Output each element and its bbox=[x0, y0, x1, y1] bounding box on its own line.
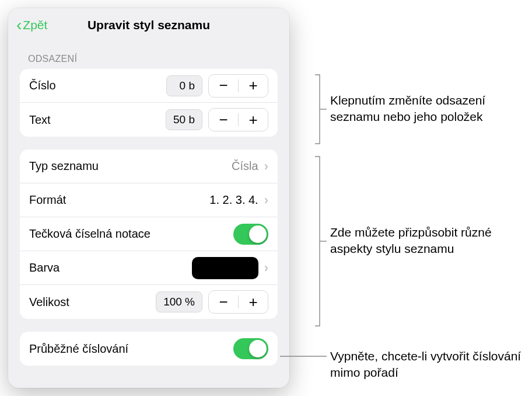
indent-number-increment[interactable]: + bbox=[239, 75, 268, 97]
size-value[interactable]: 100 % bbox=[156, 291, 202, 312]
indent-text-decrement[interactable]: − bbox=[209, 109, 238, 131]
indent-number-decrement[interactable]: − bbox=[209, 75, 238, 97]
continuous-row: Průběžné číslování bbox=[20, 332, 278, 366]
indent-group: Číslo 0 b − + Text 50 b − + bbox=[20, 69, 278, 137]
style-group: Typ seznamu Čísla › Formát 1. 2. 3. 4. ›… bbox=[20, 150, 278, 319]
indent-text-row: Text 50 b − + bbox=[20, 103, 278, 137]
color-swatch bbox=[192, 257, 258, 279]
list-type-row[interactable]: Typ seznamu Čísla › bbox=[20, 150, 278, 183]
color-row[interactable]: Barva › bbox=[20, 251, 278, 285]
callouts-area: Klepnutím změníte odsazení seznamu nebo … bbox=[298, 0, 525, 396]
chevron-left-icon: ‹ bbox=[16, 17, 22, 33]
continuous-label: Průběžné číslování bbox=[29, 342, 233, 356]
back-label: Zpět bbox=[23, 18, 47, 32]
chevron-right-icon: › bbox=[264, 260, 268, 276]
indent-number-stepper: − + bbox=[208, 74, 268, 98]
chevron-right-icon: › bbox=[264, 193, 268, 208]
size-increment[interactable]: + bbox=[239, 291, 268, 313]
callout-indent: Klepnutím změníte odsazení seznamu nebo … bbox=[330, 92, 523, 126]
chevron-right-icon: › bbox=[264, 159, 268, 174]
indent-text-stepper: − + bbox=[208, 108, 268, 131]
size-stepper: − + bbox=[208, 290, 268, 314]
size-row: Velikost 100 % − + bbox=[20, 285, 278, 319]
size-label: Velikost bbox=[29, 296, 156, 309]
back-button[interactable]: ‹ Zpět bbox=[16, 8, 47, 42]
indent-number-row: Číslo 0 b − + bbox=[20, 69, 278, 103]
popover-header: ‹ Zpět Upravit styl seznamu bbox=[8, 8, 289, 42]
indent-text-label: Text bbox=[29, 113, 166, 127]
dotted-notation-toggle[interactable] bbox=[233, 224, 268, 245]
color-label: Barva bbox=[29, 261, 192, 275]
edit-list-style-popover: ‹ Zpět Upravit styl seznamu ODSAZENÍ Čís… bbox=[8, 8, 289, 388]
continuous-toggle[interactable] bbox=[233, 338, 268, 359]
callout-continuous: Vypněte, chcete-li vytvořit číslování mi… bbox=[330, 348, 528, 381]
indent-text-increment[interactable]: + bbox=[239, 109, 268, 131]
dotted-notation-label: Tečková číselná notace bbox=[29, 227, 233, 241]
format-row[interactable]: Formát 1. 2. 3. 4. › bbox=[20, 183, 278, 217]
dotted-notation-row: Tečková číselná notace bbox=[20, 217, 278, 251]
format-value: 1. 2. 3. 4. bbox=[209, 193, 258, 207]
popover-title: Upravit styl seznamu bbox=[88, 18, 210, 32]
list-type-value: Čísla bbox=[232, 159, 258, 173]
indent-number-value[interactable]: 0 b bbox=[166, 75, 202, 96]
list-type-label: Typ seznamu bbox=[29, 159, 232, 173]
indent-section-heading: ODSAZENÍ bbox=[8, 42, 289, 69]
format-label: Formát bbox=[29, 193, 209, 207]
continuous-group: Průběžné číslování bbox=[20, 332, 278, 366]
indent-text-value[interactable]: 50 b bbox=[166, 109, 202, 130]
callout-style: Zde můžete přizpůsobit různé aspekty sty… bbox=[330, 224, 523, 258]
size-decrement[interactable]: − bbox=[209, 291, 238, 313]
indent-number-label: Číslo bbox=[29, 79, 166, 92]
